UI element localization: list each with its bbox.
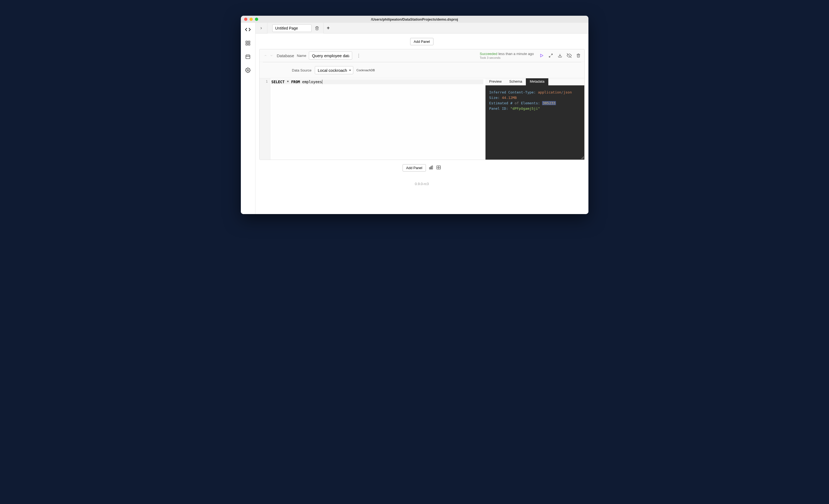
- panel: Database Name ⋮ Succeeded less than a mi…: [259, 49, 585, 160]
- resize-grip-icon[interactable]: [581, 156, 584, 159]
- svg-line-11: [549, 56, 550, 57]
- page-tabbar: +: [255, 23, 588, 34]
- line-number: 1: [259, 79, 268, 83]
- settings-icon[interactable]: [245, 67, 251, 73]
- left-rail: [241, 23, 255, 214]
- svg-point-8: [247, 70, 249, 71]
- svg-line-10: [551, 54, 552, 55]
- dashboard-icon[interactable]: [245, 40, 251, 46]
- tab-schema[interactable]: Schema: [506, 78, 526, 85]
- status-ago: less than a minute ago: [499, 52, 534, 56]
- svg-marker-9: [540, 54, 543, 57]
- panel-status: Succeeded less than a minute ago Took 3 …: [480, 51, 534, 60]
- tab-metadata[interactable]: Metadata: [526, 78, 548, 85]
- status-state: Succeeded: [480, 52, 497, 56]
- sql-keyword: FROM: [291, 80, 300, 84]
- add-page-button[interactable]: +: [324, 25, 333, 31]
- run-panel-button[interactable]: [539, 53, 544, 58]
- svg-rect-1: [248, 41, 250, 43]
- tab-preview[interactable]: Preview: [485, 78, 506, 85]
- page-name-input[interactable]: [272, 24, 312, 32]
- panel-type-label: Database: [277, 53, 294, 58]
- svg-rect-2: [248, 44, 250, 45]
- sql-keyword: SELECT: [272, 80, 285, 84]
- svg-rect-3: [246, 44, 248, 45]
- svg-rect-15: [432, 166, 433, 169]
- panel-name-input[interactable]: [309, 51, 352, 60]
- panel-move-up-button[interactable]: [263, 53, 268, 58]
- add-panel-bottom-button[interactable]: Add Panel: [403, 164, 426, 172]
- datasource-row: Data Source Local cockroach CockroachDB: [259, 62, 584, 78]
- hide-button[interactable]: [567, 53, 572, 58]
- metadata-body: Inferred Content-Type: application/json …: [485, 85, 584, 159]
- datasource-type: CockroachDB: [357, 69, 375, 72]
- svg-rect-13: [429, 168, 430, 169]
- datasource-label: Data Source: [292, 68, 312, 72]
- window-zoom-button[interactable]: [255, 17, 258, 21]
- page-tab[interactable]: [267, 23, 324, 34]
- fullscreen-button[interactable]: [548, 53, 553, 58]
- traffic-lights: [244, 17, 258, 21]
- titlebar: /Users/philipeaton/DataStationProjects/d…: [241, 16, 588, 23]
- add-table-panel-button[interactable]: [436, 165, 441, 171]
- code-editor[interactable]: 1 SELECT * FROM employees: [259, 78, 485, 159]
- datasource-select[interactable]: Local cockroach: [315, 66, 353, 74]
- panel-id-value: "dPFpOgamj5ji": [510, 107, 540, 111]
- app-window: /Users/philipeaton/DataStationProjects/d…: [241, 16, 588, 214]
- schedule-icon[interactable]: [245, 53, 251, 60]
- result-pane: Preview Schema Metadata Inferred Content…: [485, 78, 584, 159]
- delete-panel-button[interactable]: [576, 53, 581, 58]
- editor-icon[interactable]: [245, 27, 251, 33]
- delete-page-button[interactable]: [314, 26, 320, 31]
- add-panel-top-button[interactable]: Add Panel: [410, 38, 433, 45]
- svg-rect-4: [246, 55, 250, 59]
- panel-header: Database Name ⋮ Succeeded less than a mi…: [259, 49, 584, 62]
- elements-count: 305233: [542, 101, 556, 105]
- window-minimize-button[interactable]: [250, 17, 253, 21]
- status-took: Took 3 seconds: [480, 56, 534, 60]
- svg-rect-0: [246, 41, 248, 43]
- panel-menu-button[interactable]: ⋮: [355, 53, 362, 58]
- version-label: 0.9.0-rc3: [259, 182, 585, 186]
- panel-move-down-button[interactable]: [269, 53, 274, 58]
- download-button[interactable]: [557, 53, 563, 58]
- svg-rect-14: [431, 167, 432, 169]
- add-chart-panel-button[interactable]: [429, 165, 433, 171]
- sql-identifier: employees: [302, 80, 322, 84]
- window-title: /Users/philipeaton/DataStationProjects/d…: [241, 17, 588, 22]
- window-close-button[interactable]: [244, 17, 247, 21]
- sidebar-toggle-button[interactable]: [255, 23, 267, 34]
- panel-name-label: Name: [297, 53, 307, 58]
